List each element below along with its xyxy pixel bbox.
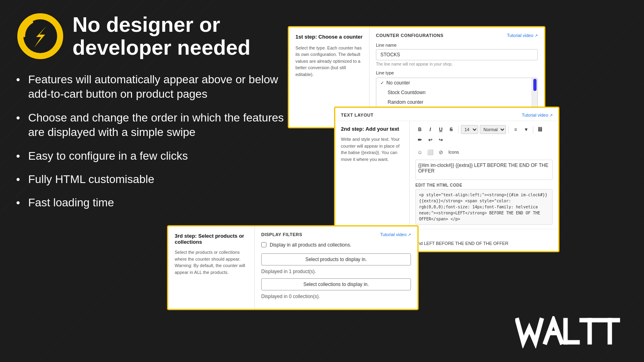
panel3-step-description: Select the products or collections where…	[175, 249, 248, 276]
line-name-group: Line name The line name will not appear …	[376, 43, 538, 66]
panel2-tutorial-link[interactable]: Tutorial video	[522, 113, 553, 117]
undo-button[interactable]: ↩	[426, 136, 435, 144]
italic-button[interactable]: I	[426, 125, 435, 134]
display-all-label: Display in all products and collections.	[270, 242, 351, 249]
panel1-tutorial-link[interactable]: Tutorial video	[507, 33, 538, 38]
bold-button[interactable]: B	[415, 125, 424, 134]
products-count: Displayed in 1 product(s).	[261, 269, 411, 274]
display-all-checkbox[interactable]	[261, 242, 266, 247]
page-content: No designer or developer needed Features…	[0, 0, 644, 362]
panel1-step-label: 1st step: Choose a counter	[295, 34, 363, 41]
line-name-label: Line name	[376, 43, 538, 47]
image-icon[interactable]: ⬜	[426, 148, 435, 156]
list-item: Fully HTML customisable	[16, 172, 290, 187]
panel2-body: 2nd step: Add your text Write and style …	[335, 121, 558, 229]
html-code-label: EDIT THE HTML CODE	[415, 183, 553, 187]
line-type-no-counter[interactable]: ✓ No counter	[376, 78, 537, 88]
line-name-input[interactable]	[376, 49, 538, 60]
main-title: No designer or developer needed	[72, 13, 250, 59]
select-collections-button[interactable]: Select collections to display in.	[261, 278, 411, 290]
icon-toolbar-row: ☺ ⬜ ⊘ Icons	[415, 148, 553, 156]
panel3-right: DISPLAY FILTERS Tutorial video Display i…	[255, 226, 417, 309]
list-item: Easy to configure in a few clicks	[16, 149, 290, 163]
link-button[interactable]: ⛓	[536, 125, 545, 134]
panel2-left: 2nd step: Add your text Write and style …	[335, 121, 410, 229]
list-item: Fast loading time	[16, 195, 290, 210]
text-toolbar: B I U S 14 12 16 18 Normal Bold	[415, 125, 553, 144]
line-type-random-counter[interactable]: Random counter	[376, 97, 537, 107]
html-code-box[interactable]: <p style="text-align:left;"><strong>{{#i…	[415, 189, 553, 225]
line-type-label: Line type	[376, 70, 538, 75]
panel3-step-label: 3rd step: Select products or collections	[175, 233, 248, 245]
list-item: Choose and change the order in which the…	[16, 111, 290, 140]
select-products-button[interactable]: Select products to display in.	[261, 253, 411, 265]
panel3-left: 3rd step: Select products or collections…	[168, 226, 255, 309]
align-dropdown-button[interactable]: ▾	[522, 125, 530, 134]
display-all-row: Display in all products and collections.	[261, 242, 411, 249]
logo-title-row: No designer or developer needed	[16, 12, 290, 60]
display-filters-title: DISPLAY FILTERS	[261, 232, 302, 237]
scrollbar-thumb	[533, 79, 537, 91]
panel-select-products: 3rd step: Select products or collections…	[167, 225, 419, 310]
panel1-header: COUNTER CONFIGURATIONS Tutorial video	[376, 33, 538, 38]
waltt-logo-svg	[515, 316, 628, 348]
font-style-select[interactable]: Normal Bold	[480, 125, 506, 134]
left-section: No designer or developer needed Features…	[16, 12, 290, 219]
collections-count: Displayed in 0 collection(s).	[261, 294, 411, 299]
icons-label[interactable]: Icons	[448, 150, 459, 154]
waltt-logo	[515, 316, 628, 350]
display-filter-header: DISPLAY FILTERS Tutorial video	[261, 232, 411, 237]
code-icon[interactable]: ⊘	[436, 148, 445, 156]
panel2-step-description: Write and style your text. Your counter …	[341, 136, 404, 162]
line-name-hint: The line name will not appear in your sh…	[376, 62, 538, 66]
align-button[interactable]: ≡	[511, 125, 520, 134]
panel2-header: TEXT LAYOUT Tutorial video	[335, 108, 558, 121]
feature-list: Features will automatically appear above…	[16, 72, 290, 210]
font-size-select[interactable]: 14 12 16 18	[461, 125, 478, 134]
emoji-icon[interactable]: ☺	[415, 148, 424, 156]
panel1-step-description: Select the type. Each counter has its ow…	[295, 45, 363, 78]
list-item: Features will automatically appear above…	[16, 72, 290, 102]
panel2-right: B I U S 14 12 16 18 Normal Bold	[410, 121, 558, 229]
text-editor[interactable]: {{#im im-clock#}} {{extra}} LEFT BEFORE …	[415, 160, 553, 180]
underline-button[interactable]: U	[436, 125, 445, 134]
panel1-section-title: COUNTER CONFIGURATIONS	[376, 33, 444, 38]
app-logo	[16, 12, 64, 60]
toolbar-divider-2	[508, 126, 509, 133]
strikethrough-button[interactable]: S	[447, 125, 456, 134]
edit-button[interactable]: ✏	[415, 136, 424, 144]
redo-button[interactable]: ↪	[436, 136, 445, 144]
line-type-stock-countdown[interactable]: Stock Countdown	[376, 88, 537, 97]
panel2-step-label: 2nd step: Add your text	[341, 126, 404, 132]
panel2-section-title: TEXT LAYOUT	[341, 113, 374, 117]
html-code-section: EDIT THE HTML CODE <p style="text-align:…	[415, 183, 553, 225]
panel3-tutorial-link[interactable]: Tutorial video	[380, 232, 411, 237]
toolbar-divider	[458, 126, 458, 133]
toolbar-divider-3	[533, 126, 533, 133]
